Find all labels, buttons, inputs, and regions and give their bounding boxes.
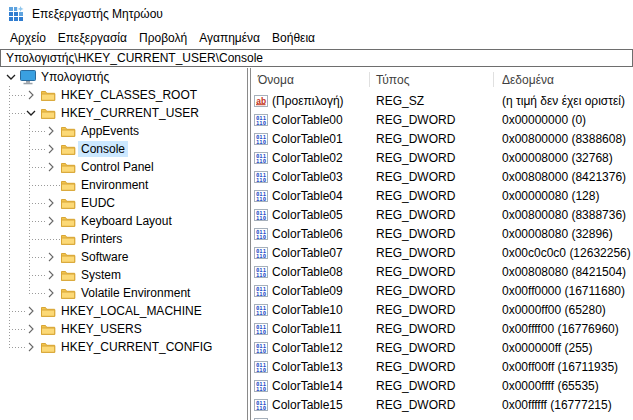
value-row-colortable01[interactable]: 011110ColorTable01REG_DWORD0x00800000 (8… (251, 130, 633, 149)
value-row-colortable04[interactable]: 011110ColorTable04REG_DWORD0x00000080 (1… (251, 187, 633, 206)
tree-item-hkey-current-user[interactable]: HKEY_CURRENT_USER (0, 104, 247, 122)
value-row-0[interactable]: ab(Προεπιλογή)REG_SZ(η τιμή δεν έχει ορι… (251, 92, 633, 111)
registry-tree-pane: ΥπολογιστήςHKEY_CLASSES_ROOTHKEY_CURRENT… (0, 68, 248, 420)
column-header-type[interactable]: Τύπος (376, 72, 409, 88)
dword-value-icon: 011110 (253, 321, 269, 337)
value-row-colortable10[interactable]: 011110ColorTable10REG_DWORD0x0000ff00 (6… (251, 301, 633, 320)
dword-value-icon: 011110 (253, 416, 269, 420)
value-row-colortable08[interactable]: 011110ColorTable08REG_DWORD0x00808080 (8… (251, 263, 633, 282)
value-data: 0x00ffff00 (16776960) (502, 320, 619, 339)
chevron-collapsed-icon[interactable] (24, 321, 40, 337)
value-row-colortable00[interactable]: 011110ColorTable00REG_DWORD0x00000000 (0… (251, 111, 633, 130)
value-name: ColorTable14 (272, 377, 343, 396)
value-row-partial[interactable]: 011110 (251, 415, 633, 420)
chevron-collapsed-icon[interactable] (44, 267, 60, 283)
column-separator[interactable] (493, 72, 494, 87)
value-row-colortable15[interactable]: 011110ColorTable15REG_DWORD0x00ffffff (1… (251, 396, 633, 415)
menu-item-favorites[interactable]: Αγαπημένα (193, 28, 266, 49)
svg-text:110: 110 (256, 291, 267, 297)
value-name: ColorTable03 (272, 168, 343, 187)
value-row-colortable07[interactable]: 011110ColorTable07REG_DWORD0x00c0c0c0 (1… (251, 244, 633, 263)
value-type: REG_SZ (376, 92, 424, 111)
value-data: 0x00800000 (8388608) (502, 130, 626, 149)
tree-item-environment[interactable]: Environment (0, 176, 247, 194)
chevron-collapsed-icon[interactable] (44, 195, 60, 211)
tree-item-hkey-users[interactable]: HKEY_USERS (0, 320, 247, 338)
value-type: REG_DWORD (376, 320, 455, 339)
tree-item-keyboard-layout[interactable]: Keyboard Layout (0, 212, 247, 230)
chevron-collapsed-icon[interactable] (44, 285, 60, 301)
menu-item-file[interactable]: Αρχείο (4, 28, 52, 49)
folder-icon (60, 141, 78, 157)
chevron-collapsed-icon[interactable] (24, 339, 40, 355)
chevron-collapsed-icon[interactable] (44, 213, 60, 229)
tree-item-appevents[interactable]: AppEvents (0, 122, 247, 140)
dword-value-icon: 011110 (253, 226, 269, 242)
value-data: 0x00ff00ff (16711935) (502, 358, 618, 377)
value-row-colortable09[interactable]: 011110ColorTable09REG_DWORD0x00ff0000 (1… (251, 282, 633, 301)
tree-item-label: AppEvents (78, 123, 142, 139)
menu-item-help[interactable]: Βοήθεια (266, 28, 321, 49)
chevron-collapsed-icon[interactable] (44, 123, 60, 139)
dword-value-icon: 011110 (253, 397, 269, 413)
address-bar-input[interactable] (1, 50, 632, 66)
value-type: REG_DWORD (376, 339, 455, 358)
value-row-colortable05[interactable]: 011110ColorTable05REG_DWORD0x00800080 (8… (251, 206, 633, 225)
tree-item-label: EUDC (78, 195, 118, 211)
tree-item-hkey-local-machine[interactable]: HKEY_LOCAL_MACHINE (0, 302, 247, 320)
tree-item-label: HKEY_USERS (58, 321, 145, 337)
value-row-colortable12[interactable]: 011110ColorTable12REG_DWORD0x000000ff (2… (251, 339, 633, 358)
dword-value-icon: 011110 (253, 359, 269, 375)
value-data: 0x00c0c0c0 (12632256) (502, 244, 631, 263)
value-type: REG_DWORD (376, 225, 455, 244)
tree-item-0[interactable]: Υπολογιστής (0, 68, 247, 86)
svg-text:110: 110 (256, 253, 267, 259)
tree-item-console[interactable]: Console (0, 140, 247, 158)
value-type: REG_DWORD (376, 263, 455, 282)
chevron-expanded-icon[interactable] (4, 69, 20, 85)
chevron-collapsed-icon[interactable] (24, 87, 40, 103)
value-row-colortable03[interactable]: 011110ColorTable03REG_DWORD0x00808000 (8… (251, 168, 633, 187)
chevron-collapsed-icon[interactable] (24, 303, 40, 319)
value-row-colortable06[interactable]: 011110ColorTable06REG_DWORD0x00008080 (3… (251, 225, 633, 244)
tree-item-volatile-environment[interactable]: Volatile Environment (0, 284, 247, 302)
tree-item-software[interactable]: Software (0, 248, 247, 266)
tree-item-system[interactable]: System (0, 266, 247, 284)
tree-item-eudc[interactable]: EUDC (0, 194, 247, 212)
tree-item-printers[interactable]: Printers (0, 230, 247, 248)
tree-item-hkey-current-config[interactable]: HKEY_CURRENT_CONFIG (0, 338, 247, 356)
menu-item-view[interactable]: Προβολή (133, 28, 193, 49)
folder-icon (60, 159, 78, 175)
value-type: REG_DWORD (376, 168, 455, 187)
column-separator[interactable] (369, 72, 370, 87)
svg-text:110: 110 (256, 367, 267, 373)
folder-icon (40, 303, 58, 319)
value-row-colortable02[interactable]: 011110ColorTable02REG_DWORD0x00008000 (3… (251, 149, 633, 168)
value-data: 0x00ff0000 (16711680) (502, 282, 625, 301)
menu-item-edit[interactable]: Επεξεργασία (52, 28, 133, 49)
chevron-collapsed-icon[interactable] (44, 249, 60, 265)
tree-item-label: HKEY_LOCAL_MACHINE (58, 303, 205, 319)
dword-value-icon: 011110 (253, 245, 269, 261)
tree-item-label: Control Panel (78, 159, 157, 175)
value-row-colortable14[interactable]: 011110ColorTable14REG_DWORD0x0000ffff (6… (251, 377, 633, 396)
value-data: 0x00808080 (8421504) (502, 263, 626, 282)
value-type: REG_DWORD (376, 377, 455, 396)
value-row-colortable11[interactable]: 011110ColorTable11REG_DWORD0x00ffff00 (1… (251, 320, 633, 339)
svg-text:110: 110 (256, 120, 267, 126)
title-bar[interactable]: Επεξεργαστής Μητρώου (0, 0, 633, 28)
column-header-data[interactable]: Δεδομένα (502, 72, 554, 88)
tree-item-hkey-classes-root[interactable]: HKEY_CLASSES_ROOT (0, 86, 247, 104)
value-data: 0x00808000 (8421376) (502, 168, 626, 187)
folder-icon (40, 339, 58, 355)
svg-text:110: 110 (256, 215, 267, 221)
column-header-name[interactable]: Όνομα (258, 72, 294, 88)
tree-item-label: Printers (78, 231, 125, 247)
chevron-collapsed-icon[interactable] (44, 141, 60, 157)
value-row-colortable13[interactable]: 011110ColorTable13REG_DWORD0x00ff00ff (1… (251, 358, 633, 377)
chevron-collapsed-icon[interactable] (44, 159, 60, 175)
tree-item-control-panel[interactable]: Control Panel (0, 158, 247, 176)
folder-icon (60, 285, 78, 301)
address-bar (0, 49, 633, 67)
chevron-expanded-icon[interactable] (24, 105, 40, 121)
